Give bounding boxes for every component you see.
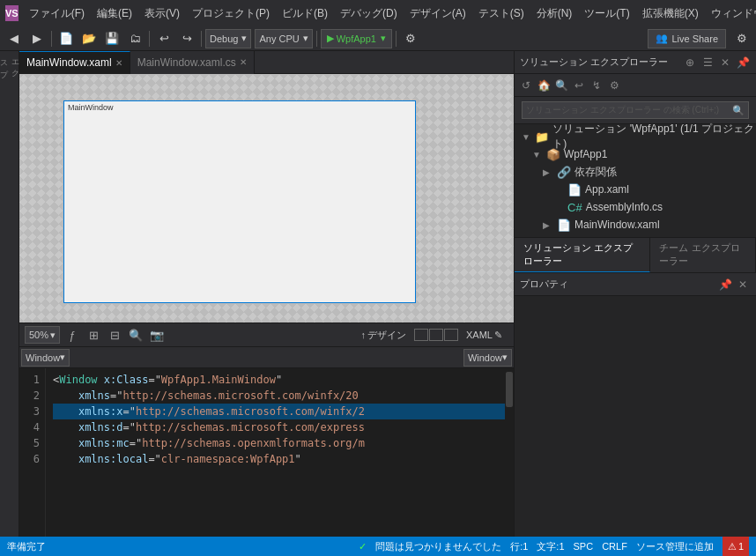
team-explorer-tab[interactable]: チーム エクスプローラー [650,238,756,272]
menu-design[interactable]: デザイン(A) [404,4,471,23]
se-app-label: App.xaml [585,183,629,196]
se-close-icon[interactable]: ✕ [717,55,733,70]
debug-mode-chevron: ▾ [241,33,247,44]
xaml-scope-dropdown-left[interactable]: Window ▾ [21,349,70,367]
prop-pin-icon[interactable]: 📌 [717,277,733,293]
menu-test[interactable]: テスト(S) [473,4,530,23]
zoom-label: 50% [29,330,48,340]
menu-view[interactable]: 表示(V) [139,4,185,23]
activity-bar: サーバーエクスプローラー [0,51,19,537]
back-button[interactable]: ◀ [4,29,25,48]
se-tree: ▼ 📁 ソリューション 'WpfApp1' (1/1 プロジェクト) ▼ 📦 W… [515,124,756,237]
menu-file[interactable]: ファイル(F) [24,4,90,23]
save-all-button[interactable]: 🗂 [124,29,145,48]
se-mw-icon: 📄 [557,219,571,232]
menu-project[interactable]: プロジェクト(P) [187,4,275,23]
se-auto-hide-icon[interactable]: 📌 [735,55,751,70]
attach-btn[interactable]: ⚙ [400,29,421,48]
xaml-tab-label: XAML [466,330,493,340]
platform-dropdown[interactable]: Any CPU ▾ [255,29,312,48]
design-canvas[interactable]: MainWindow [19,74,514,322]
split-view-icon-3[interactable] [444,329,458,341]
live-share-label: Live Share [671,33,718,44]
snap-btn[interactable]: ⊟ [106,326,123,344]
code-editor[interactable]: 1 2 3 4 5 6 <Window x:Class="WpfApp1.Mai… [19,368,514,537]
split-view-icon-1[interactable] [414,329,428,341]
tab-mainwindow-xaml-cs[interactable]: MainWindow.xaml.cs ✕ [130,51,255,74]
feedback-button[interactable]: ⚙ [731,29,752,48]
properties-panel: プロパティ 📌 ✕ [515,273,756,537]
line-num-3: 3 [19,404,45,419]
se-solution-label: ソリューション 'WpfApp1' (1/1 プロジェクト) [552,122,756,152]
design-section: MainWindow 50% ▾ ƒ ⊞ ⊟ 🔍 📷 ↑ [19,74,514,347]
se-toolbar-btn-6[interactable]: ⚙ [606,78,622,93]
se-tab-bar: ソリューション エクスプローラー チーム エクスプローラー [515,237,756,273]
se-app-xaml[interactable]: 📄 App.xaml [515,181,756,198]
code-scrollbar[interactable] [505,368,514,537]
editor-tab-bar: MainWindow.xaml ✕ MainWindow.xaml.cs ✕ [19,51,514,74]
run-button[interactable]: ▶ WpfApp1 ▾ [321,29,392,48]
activity-server-explorer[interactable]: サーバーエクスプローラー [1,55,19,72]
zoom-dropdown[interactable]: 50% ▾ [25,326,60,344]
se-search-icon: 🔍 [732,105,745,116]
status-source-control[interactable]: ソース管理に追加 [636,540,714,553]
undo-button[interactable]: ↩ [153,29,174,48]
se-solution-root[interactable]: ▼ 📁 ソリューション 'WpfApp1' (1/1 プロジェクト) [515,128,756,145]
se-mainwindow-xaml[interactable]: ▶ 📄 MainWindow.xaml [515,216,756,234]
code-content[interactable]: <Window x:Class="WpfApp1.MainWindow" xml… [46,368,505,537]
error-count: 1 [738,541,744,552]
tab-mainwindow-xaml[interactable]: MainWindow.xaml ✕ [19,51,130,74]
debug-mode-dropdown[interactable]: Debug ▾ [205,29,251,48]
menu-window[interactable]: ウィンドウ(W) [706,4,756,23]
se-search-box[interactable]: ソリューション エクスプローラー の検索 (Ctrl+;) 🔍 [522,101,749,119]
properties-title: プロパティ [520,278,717,291]
menu-tools[interactable]: ツール(T) [579,4,634,23]
split-view-icon-2[interactable] [429,329,443,341]
redo-button[interactable]: ↪ [176,29,197,48]
window-preview-title: MainWindow [64,101,415,114]
menu-debug[interactable]: デバッグ(D) [335,4,403,23]
status-error-badge[interactable]: ⚠ 1 [723,537,749,556]
grid-btn[interactable]: ⊞ [85,326,102,344]
se-filter-icon[interactable]: ☰ [700,55,715,70]
design-tab-up-arrow: ↑ [361,330,367,340]
se-toolbar-btn-2[interactable]: 🏠 [536,78,552,93]
function-btn[interactable]: ƒ [63,326,81,344]
platform-label: Any CPU [259,33,299,44]
se-toolbar-btn-4[interactable]: ↩ [571,78,587,93]
code-line-1: <Window x:Class="WpfApp1.MainWindow" [53,372,505,388]
new-file-button[interactable]: 📄 [56,29,77,48]
code-line-6: xmlns:local="clr-namespace:WpfApp1" [53,451,505,467]
xaml-scope-dropdown-right[interactable]: Window ▾ [463,349,512,367]
canvas-background: MainWindow [19,74,514,322]
se-tab[interactable]: ソリューション エクスプローラー [515,238,650,272]
se-toolbar-btn-5[interactable]: ↯ [589,78,604,93]
live-share-icon: 👥 [656,33,668,44]
save-button[interactable]: 💾 [101,29,122,48]
open-file-button[interactable]: 📂 [78,29,100,48]
se-dependencies[interactable]: ▶ 🔗 依存関係 [515,163,756,181]
zoom-in-btn[interactable]: 🔍 [127,326,145,344]
menu-analyze[interactable]: 分析(N) [531,4,578,23]
menu-build[interactable]: ビルド(B) [277,4,333,23]
forward-button[interactable]: ▶ [26,29,48,48]
design-tab[interactable]: ↑ デザイン [355,326,413,344]
code-scroll-thumb[interactable] [506,372,513,407]
menu-extensions[interactable]: 拡張機能(X) [637,4,704,23]
toolbar-sep-5 [396,31,397,47]
xaml-scope-right-chevron: ▾ [502,352,508,363]
run-label: WpfApp1 [337,33,376,44]
se-search-icon[interactable]: ⊕ [682,55,698,70]
se-assemblyinfo[interactable]: C# AssemblyInfo.cs [515,198,756,216]
camera-btn[interactable]: 📷 [148,326,166,344]
solution-explorer-header: ソリューション エクスプローラー ⊕ ☰ ✕ 📌 [515,51,756,74]
menu-edit[interactable]: 編集(E) [92,4,137,23]
design-tab-label: デザイン [367,329,406,342]
prop-close-icon[interactable]: ✕ [735,277,751,293]
se-toolbar-btn-1[interactable]: ↺ [518,78,534,93]
se-toolbar-btn-3[interactable]: 🔍 [553,78,569,93]
xaml-tab[interactable]: XAML ✎ [460,326,508,344]
design-toolbar: 50% ▾ ƒ ⊞ ⊟ 🔍 📷 ↑ デザイン [19,322,514,347]
live-share-button[interactable]: 👥 Live Share [648,29,726,48]
tab-mainwindow-xaml-cs-label: MainWindow.xaml.cs [137,56,236,69]
